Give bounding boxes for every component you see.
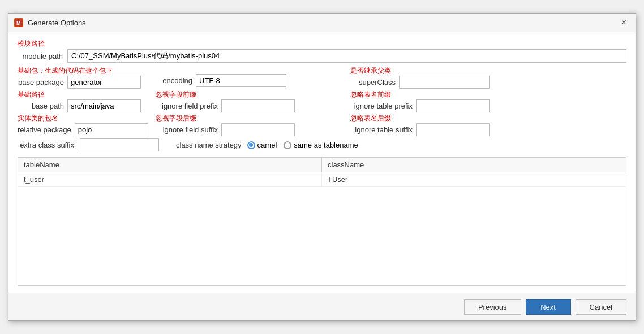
generate-options-dialog: M Generate Options × 模块路径 module path 基础… [8, 13, 636, 321]
table-name-header: tableName [18, 158, 322, 172]
camel-label: camel [257, 141, 277, 149]
relative-package-group: 实体类的包名 relative package [18, 114, 153, 136]
ignore-field-suffix-row: ignore field suffix [156, 123, 348, 136]
encoding-label: encoding [156, 76, 192, 85]
base-path-annotation: 基础路径 [18, 90, 153, 99]
table-header: tableName className [18, 158, 626, 172]
ignore-table-prefix-annotation: 忽略表名前缀 [350, 90, 626, 99]
base-path-label: base path [18, 102, 64, 110]
radio-group: camel same as tablename [247, 141, 358, 149]
svg-text:M: M [16, 20, 21, 26]
relative-package-label: relative package [18, 125, 71, 134]
base-path-input[interactable] [67, 99, 141, 112]
module-path-label: module path [18, 52, 63, 60]
ignore-field-suffix-group: 忽视字段后缀 ignore field suffix [156, 114, 348, 136]
encoding-row: encoding [156, 74, 348, 87]
base-path-group: 基础路径 base path [18, 90, 153, 112]
superclass-input[interactable] [399, 76, 490, 89]
table-name-cell: t_user [18, 172, 322, 186]
close-button[interactable]: × [618, 17, 630, 28]
relative-package-row: relative package [18, 123, 153, 136]
previous-button[interactable]: Previous [464, 299, 521, 315]
ignore-table-suffix-row: ignore table suffix [350, 123, 626, 136]
class-name-header: className [322, 158, 626, 172]
ignore-field-suffix-label: ignore field suffix [156, 125, 218, 134]
dialog-footer: Previous Next Cancel [8, 293, 636, 320]
same-as-tablename-label: same as tablename [294, 141, 358, 149]
ignore-field-prefix-label: ignore field prefix [156, 102, 218, 110]
base-package-input[interactable] [67, 76, 141, 89]
table-row: t_user TUser [18, 172, 626, 187]
base-package-annotation: 基础包：生成的代码在这个包下 [18, 66, 153, 76]
extra-class-suffix-input[interactable] [80, 138, 159, 151]
encoding-input[interactable] [196, 74, 286, 87]
module-path-row: module path [18, 49, 626, 63]
ignore-table-suffix-label: ignore table suffix [350, 125, 413, 134]
ignore-table-prefix-label: ignore table prefix [350, 102, 413, 110]
ignore-table-prefix-group: 忽略表名前缀 ignore table prefix [350, 90, 626, 112]
extra-class-row: extra class suffix class name strategy c… [18, 138, 626, 151]
title-bar-left: M Generate Options [14, 18, 86, 27]
relative-package-input[interactable] [75, 123, 148, 136]
extra-class-suffix-label: extra class suffix [18, 141, 74, 149]
class-name-strategy-label: class name strategy [176, 141, 242, 149]
dialog-title: Generate Options [28, 19, 86, 27]
camel-radio-label[interactable]: camel [247, 141, 277, 149]
same-as-tablename-radio-button[interactable] [284, 141, 291, 149]
ignore-field-prefix-input[interactable] [221, 99, 295, 112]
table-body: t_user TUser [18, 172, 626, 285]
relative-package-annotation: 实体类的包名 [18, 114, 153, 123]
camel-radio-button[interactable] [247, 141, 255, 149]
ignore-field-suffix-input[interactable] [221, 123, 295, 136]
class-mapping-table: tableName className t_user TUser [18, 157, 626, 286]
ignore-table-suffix-group: 忽略表名后缀 ignore table suffix [350, 114, 626, 136]
superclass-group: 是否继承父类 superClass [350, 66, 626, 89]
ignore-field-suffix-annotation: 忽视字段后缀 [156, 114, 348, 123]
dialog-content: 模块路径 module path 基础包：生成的代码在这个包下 base pac… [8, 32, 636, 293]
base-path-row: base path [18, 99, 153, 112]
base-package-label: base package [18, 78, 64, 86]
class-name-cell: TUser [322, 172, 626, 186]
base-package-row: base package [18, 76, 153, 89]
encoding-group: x encoding [156, 66, 348, 87]
cancel-button[interactable]: Cancel [576, 299, 626, 315]
module-path-annotation: 模块路径 [18, 39, 626, 49]
ignore-field-prefix-row: ignore field prefix [156, 99, 348, 112]
next-button[interactable]: Next [526, 299, 571, 315]
ignore-table-suffix-input[interactable] [416, 123, 490, 136]
superclass-label: superClass [350, 78, 396, 86]
same-as-tablename-radio-label[interactable]: same as tablename [284, 141, 358, 149]
module-path-input[interactable] [67, 49, 626, 63]
ignore-table-prefix-row: ignore table prefix [350, 99, 626, 112]
ignore-table-suffix-annotation: 忽略表名后缀 [350, 114, 626, 123]
ignore-table-prefix-input[interactable] [416, 99, 490, 112]
app-icon: M [14, 18, 23, 27]
base-package-group: 基础包：生成的代码在这个包下 base package [18, 66, 153, 89]
title-bar: M Generate Options × [8, 14, 636, 32]
ignore-field-prefix-annotation: 忽视字段前缀 [156, 90, 348, 99]
superclass-annotation: 是否继承父类 [350, 66, 626, 76]
superclass-row: superClass [350, 76, 626, 89]
ignore-field-prefix-group: 忽视字段前缀 ignore field prefix [156, 90, 348, 112]
